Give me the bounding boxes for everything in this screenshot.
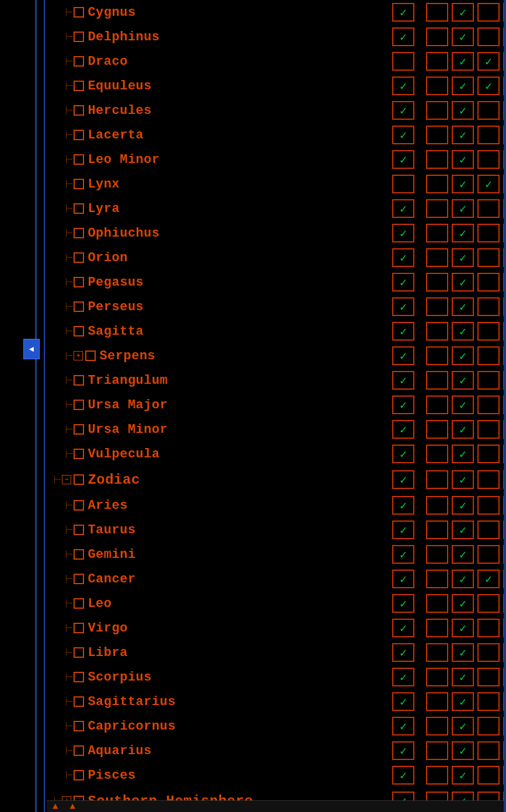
row-checkbox[interactable] [74,449,84,459]
row-checkbox[interactable] [74,130,84,140]
col1-cell[interactable] [392,3,414,22]
list-item-aquarius[interactable]: ├─Aquarius [47,738,506,763]
col1-cell[interactable] [392,27,414,46]
list-item-sagitta[interactable]: ├─Sagitta [47,319,506,343]
col3-cell[interactable] [452,248,474,267]
col1-cell[interactable] [392,199,414,218]
list-item-zodiac[interactable]: ├─−Zodiac [47,466,506,493]
col2-cell[interactable] [426,717,448,735]
row-checkbox[interactable] [74,424,84,435]
scroll-left-icon[interactable]: ▲ [53,801,58,812]
col4-cell[interactable] [477,692,500,711]
nav-back-button[interactable]: ◄ [23,339,40,359]
col4-cell[interactable] [477,717,500,735]
list-item-ursamajor[interactable]: ├─Ursa Major [47,393,506,417]
col2-cell[interactable] [426,668,448,686]
col2-cell[interactable] [426,594,448,613]
row-checkbox[interactable] [74,598,84,609]
list-item-taurus[interactable]: ├─Taurus [47,518,506,542]
col2-cell[interactable] [426,395,448,414]
col4-cell[interactable] [477,3,500,22]
list-item-perseus[interactable]: ├─Perseus [47,294,506,319]
col4-cell[interactable] [477,27,500,46]
col2-cell[interactable] [426,248,448,267]
col1-cell[interactable] [392,322,414,341]
list-item-lacerta[interactable]: ├─Lacerta [47,123,506,147]
list-item-libra[interactable]: ├─Libra [47,640,506,665]
col2-cell[interactable] [426,297,448,316]
col3-cell[interactable] [452,346,474,365]
col2-cell[interactable] [426,101,448,120]
col1-cell[interactable] [392,77,414,95]
col1-cell[interactable] [392,520,414,539]
list-item-sagittarius[interactable]: ├─Sagittarius [47,689,506,714]
col4-cell[interactable] [477,545,500,564]
col2-cell[interactable] [426,224,448,242]
row-checkbox[interactable] [74,277,84,287]
col4-cell[interactable] [477,619,500,637]
list-item-ophiuchus[interactable]: ├─Ophiuchus [47,221,506,245]
row-checkbox[interactable] [74,745,84,756]
list-item-ursaminor[interactable]: ├─Ursa Minor [47,417,506,442]
col3-cell[interactable] [452,77,474,95]
list-item-triangulum[interactable]: ├─Triangulum [47,368,506,393]
row-checkbox[interactable] [74,252,84,263]
col3-cell[interactable] [452,371,474,390]
col2-cell[interactable] [426,520,448,539]
col3-cell[interactable] [452,619,474,637]
row-checkbox[interactable] [74,56,84,67]
col4-cell[interactable] [477,101,500,120]
col4-cell[interactable] [477,199,500,218]
col1-cell[interactable] [392,470,414,489]
row-checkbox[interactable] [74,721,84,731]
col2-cell[interactable] [426,150,448,169]
row-checkbox[interactable] [74,105,84,116]
col1-cell[interactable] [392,297,414,316]
row-checkbox[interactable] [74,672,84,682]
col4-cell[interactable] [477,175,500,193]
col1-cell[interactable] [392,52,414,71]
col2-cell[interactable] [426,27,448,46]
col3-cell[interactable] [452,643,474,662]
row-checkbox[interactable] [74,696,84,707]
col3-cell[interactable] [452,741,474,760]
col4-cell[interactable] [477,741,500,760]
col3-cell[interactable] [452,3,474,22]
col4-cell[interactable] [477,126,500,144]
col4-cell[interactable] [477,420,500,439]
col2-cell[interactable] [426,570,448,588]
row-checkbox[interactable] [74,81,84,91]
list-item-gemini[interactable]: ├─Gemini [47,542,506,567]
row-checkbox[interactable] [74,7,84,18]
col1-cell[interactable] [392,248,414,267]
row-checkbox[interactable] [74,770,84,780]
row-checkbox[interactable] [74,623,84,633]
col3-cell[interactable] [452,545,474,564]
col2-cell[interactable] [426,692,448,711]
list-item-pegasus[interactable]: ├─Pegasus [47,270,506,294]
col4-cell[interactable] [477,470,500,489]
col1-cell[interactable] [392,150,414,169]
col1-cell[interactable] [392,273,414,292]
row-checkbox[interactable] [74,647,84,658]
col4-cell[interactable] [477,273,500,292]
col3-cell[interactable] [452,496,474,515]
col2-cell[interactable] [426,346,448,365]
list-item-lynx[interactable]: ├─Lynx [47,172,506,196]
col2-cell[interactable] [426,3,448,22]
col1-cell[interactable] [392,668,414,686]
col2-cell[interactable] [426,77,448,95]
list-item-leominor[interactable]: ├─Leo Minor [47,147,506,172]
col2-cell[interactable] [426,741,448,760]
col3-cell[interactable] [452,668,474,686]
col3-cell[interactable] [452,101,474,120]
col3-cell[interactable] [452,520,474,539]
col3-cell[interactable] [452,717,474,735]
col3-cell[interactable] [452,594,474,613]
list-item-hercules[interactable]: ├─Hercules [47,98,506,123]
row-checkbox[interactable] [74,574,84,584]
row-checkbox[interactable] [85,351,96,361]
col1-cell[interactable] [392,619,414,637]
col3-cell[interactable] [452,470,474,489]
list-item-scorpius[interactable]: ├─Scorpius [47,665,506,689]
